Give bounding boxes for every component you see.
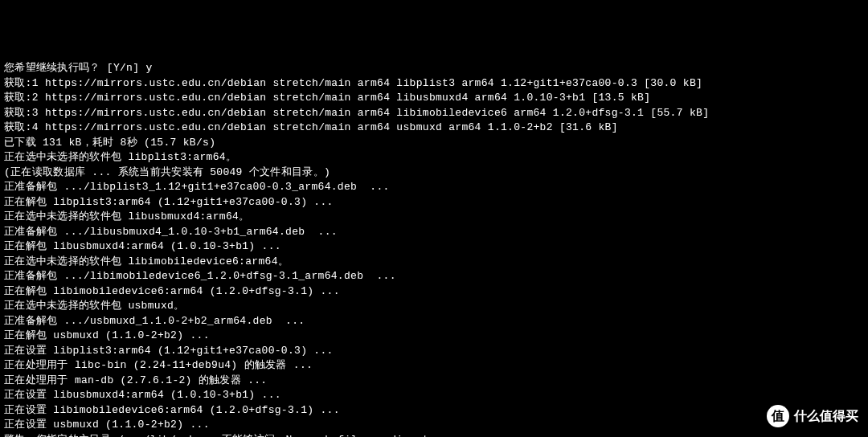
- terminal-line: 正准备解包 .../libplist3_1.12+git1+e37ca00-0.…: [4, 180, 864, 195]
- terminal-line: 正在选中未选择的软件包 usbmuxd。: [4, 299, 864, 314]
- terminal-line: 正在设置 libimobiledevice6:arm64 (1.2.0+dfsg…: [4, 403, 864, 419]
- terminal-line: 已下载 131 kB，耗时 8秒 (15.7 kB/s): [4, 136, 864, 151]
- terminal-line: 正在处理用于 man-db (2.7.6.1-2) 的触发器 ...: [4, 374, 864, 389]
- terminal-line: 警告：您指定的主目录 /var/lib/usbmux 不能够访问：No such…: [4, 433, 864, 438]
- terminal-line: 正在设置 libusbmuxd4:arm64 (1.0.10-3+b1) ...: [4, 388, 864, 403]
- terminal-line: 正在选中未选择的软件包 libimobiledevice6:arm64。: [4, 255, 864, 270]
- terminal-line: 获取:4 https://mirrors.ustc.edu.cn/debian …: [4, 120, 864, 136]
- terminal-line: 正准备解包 .../libimobiledevice6_1.2.0+dfsg-3…: [4, 269, 864, 284]
- terminal-line: 正在解包 libusbmuxd4:arm64 (1.0.10-3+b1) ...: [4, 239, 864, 255]
- terminal-line: 正在解包 usbmuxd (1.1.0-2+b2) ...: [4, 329, 864, 344]
- terminal-line: 正在设置 usbmuxd (1.1.0-2+b2) ...: [4, 418, 864, 433]
- terminal-line: 正在解包 libplist3:arm64 (1.12+git1+e37ca00-…: [4, 195, 864, 210]
- terminal-line: 您希望继续执行吗？ [Y/n] y: [4, 61, 864, 76]
- terminal-line: 正在选中未选择的软件包 libusbmuxd4:arm64。: [4, 210, 864, 225]
- terminal-line: 正在选中未选择的软件包 libplist3:arm64。: [4, 150, 864, 165]
- terminal-line: 正在设置 libplist3:arm64 (1.12+git1+e37ca00-…: [4, 344, 864, 359]
- terminal-line: 获取:3 https://mirrors.ustc.edu.cn/debian …: [4, 106, 864, 121]
- terminal-line: 正在解包 libimobiledevice6:arm64 (1.2.0+dfsg…: [4, 284, 864, 300]
- terminal-line: 正准备解包 .../usbmuxd_1.1.0-2+b2_arm64.deb .…: [4, 314, 864, 329]
- terminal-line: 获取:1 https://mirrors.ustc.edu.cn/debian …: [4, 76, 864, 92]
- terminal-output[interactable]: 您希望继续执行吗？ [Y/n] y获取:1 https://mirrors.us…: [4, 61, 864, 437]
- terminal-line: 获取:2 https://mirrors.ustc.edu.cn/debian …: [4, 91, 864, 106]
- terminal-line: 正准备解包 .../libusbmuxd4_1.0.10-3+b1_arm64.…: [4, 225, 864, 240]
- terminal-line: 正在处理用于 libc-bin (2.24-11+deb9u4) 的触发器 ..…: [4, 358, 864, 374]
- terminal-line: (正在读取数据库 ... 系统当前共安装有 50049 个文件和目录。): [4, 165, 864, 181]
